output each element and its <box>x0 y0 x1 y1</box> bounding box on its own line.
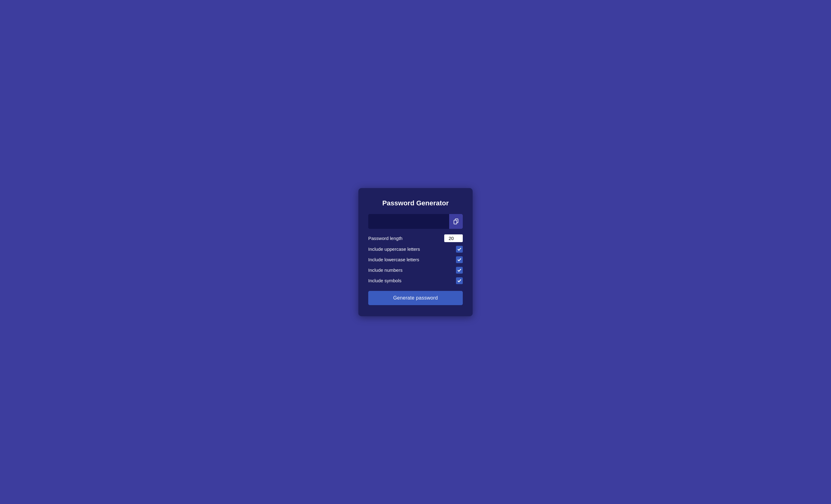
password-display-input[interactable] <box>368 214 449 229</box>
password-length-label: Password length <box>368 236 403 241</box>
lowercase-label: Include lowercase letters <box>368 257 419 262</box>
lowercase-row: Include lowercase letters <box>368 256 463 263</box>
numbers-label: Include numbers <box>368 267 403 273</box>
uppercase-checkbox[interactable] <box>456 246 463 253</box>
generate-password-button[interactable]: Generate password <box>368 291 463 305</box>
card-title: Password Generator <box>368 199 463 207</box>
password-length-input[interactable] <box>444 234 463 242</box>
numbers-checkbox[interactable] <box>456 267 463 274</box>
password-display-row <box>368 214 463 229</box>
numbers-row: Include numbers <box>368 267 463 274</box>
symbols-row: Include symbols <box>368 277 463 284</box>
lowercase-checkbox[interactable] <box>456 256 463 263</box>
copy-button[interactable] <box>449 214 463 229</box>
uppercase-label: Include uppercase letters <box>368 246 420 252</box>
check-icon <box>457 278 461 283</box>
clipboard-icon <box>453 218 459 225</box>
check-icon <box>457 247 461 251</box>
symbols-label: Include symbols <box>368 278 402 283</box>
uppercase-row: Include uppercase letters <box>368 246 463 253</box>
check-icon <box>457 268 461 272</box>
password-generator-card: Password Generator Password length Inclu… <box>359 188 472 316</box>
check-icon <box>457 258 461 262</box>
symbols-checkbox[interactable] <box>456 277 463 284</box>
svg-rect-1 <box>454 220 457 224</box>
password-length-row: Password length <box>368 234 463 242</box>
